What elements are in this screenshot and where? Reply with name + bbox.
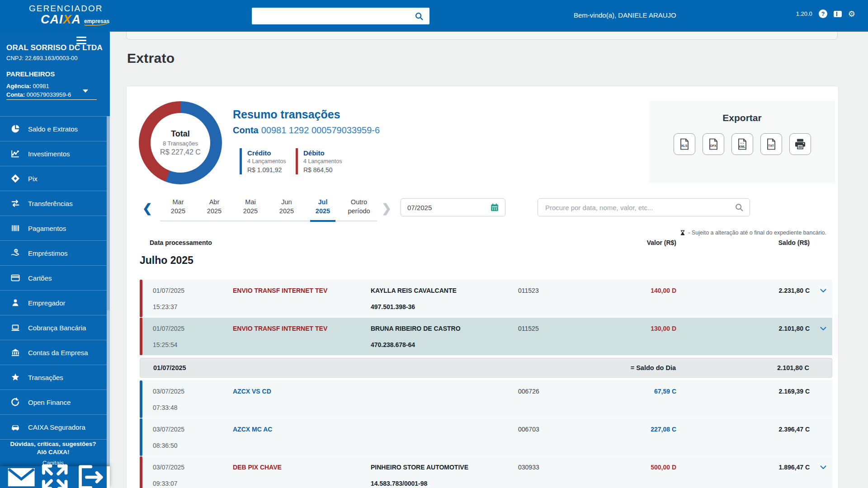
export-txt-button[interactable]: TXT	[760, 133, 782, 155]
tx-description: AZCX VS CD	[233, 388, 271, 395]
next-months-chevron[interactable]: ❯	[382, 202, 392, 216]
svg-text:TXT: TXT	[768, 144, 774, 147]
expand-chevron-icon[interactable]	[819, 463, 828, 473]
branch-name: PARELHEIROS	[6, 70, 55, 78]
tx-amount: 140,00 D	[651, 287, 676, 294]
tab-outro-periodo[interactable]: Outroperíodo	[341, 196, 377, 221]
tx-date: 01/07/2025	[153, 325, 184, 332]
help-icon[interactable]: ?	[819, 9, 827, 18]
transaction-row[interactable]: 01/07/202515:25:54ENVIO TRANSF INTERNET …	[140, 318, 832, 355]
export-xml-button[interactable]: < >XML	[731, 133, 753, 155]
sidebar-item-empregador[interactable]: Empregador	[0, 290, 107, 315]
svg-text:XML: XML	[739, 145, 746, 148]
credit-card-icon	[10, 272, 21, 283]
calendar-icon[interactable]	[490, 202, 500, 212]
export-print-button[interactable]	[789, 133, 811, 155]
summary-account: Conta00981 1292 000579033959-6	[233, 125, 380, 136]
tx-counterparty-name: PINHEIRO STORE AUTOMOTIVE	[371, 464, 468, 471]
tx-description: ENVIO TRANSF INTERNET TEV	[233, 325, 327, 332]
sidebar-item-label: Cobrança Bancária	[28, 324, 86, 332]
tx-balance: 2.169,39 C	[779, 388, 810, 395]
table-header: Data processamento Valor (R$) Saldo (R$)	[140, 239, 832, 248]
sidebar-item-saldo-e-extratos[interactable]: Saldo e Extratos	[0, 116, 107, 141]
transaction-row[interactable]: 03/07/202509:33:07DEB PIX CHAVEPINHEIRO …	[140, 456, 832, 488]
tab-jun-2025[interactable]: Jun2025	[269, 196, 305, 221]
sidebar-item-investimentos[interactable]: Investimentos	[0, 141, 107, 166]
transaction-search[interactable]	[538, 198, 750, 216]
tab-jul-2025[interactable]: Jul2025	[305, 196, 341, 221]
export-xls-button[interactable]: XLS	[674, 133, 695, 155]
app-window: GERENCIADOR CAIXA empresas Bem-vindo(a),…	[0, 0, 868, 488]
star-icon	[10, 372, 21, 383]
sidebar-item-transacoes[interactable]: Transações	[0, 365, 107, 389]
tx-time: 08:36:50	[153, 442, 178, 449]
divider	[6, 99, 97, 100]
mail-icon[interactable]	[5, 460, 38, 488]
account-selector[interactable]: Agência: 00981 Conta: 000579033959-6	[6, 82, 71, 99]
tx-time: 07:33:48	[153, 404, 178, 411]
previous-months-chevron[interactable]: ❮	[142, 202, 152, 216]
tx-code: 030933	[518, 464, 539, 471]
period-picker[interactable]: 07/2025	[401, 198, 505, 216]
export-ofx-button[interactable]: OFX	[703, 133, 724, 155]
sidebar: ORAL SORRISO DC LTDA CNPJ: 22.693.163/00…	[0, 32, 110, 488]
top-header: GERENCIADOR CAIXA empresas Bem-vindo(a),…	[0, 0, 868, 32]
search-icon[interactable]	[414, 11, 424, 21]
logo-caixa: CAIXA	[41, 14, 81, 26]
logout-icon[interactable]	[72, 460, 105, 488]
sidebar-item-label: Empregador	[28, 299, 66, 307]
account-dropdown-chevron-icon[interactable]	[83, 89, 88, 93]
tx-description: DEB PIX CHAVE	[233, 464, 282, 471]
sidebar-item-label: Transferências	[28, 200, 73, 207]
tx-time: 09:33:07	[153, 480, 178, 487]
header-search-input[interactable]	[256, 9, 414, 23]
main-content: Extrato Total 8 Transações R$ 227,42 C R…	[110, 32, 868, 488]
fullscreen-icon[interactable]	[38, 460, 71, 488]
tab-abr-2025[interactable]: Abr2025	[196, 196, 232, 221]
transaction-row[interactable]: 03/07/202507:33:48AZCX VS CD00672667,59 …	[140, 380, 832, 418]
sidebar-item-caixa-seguradora[interactable]: CAIXA Seguradora	[0, 414, 107, 440]
extrato-card: Total 8 Transações R$ 227,42 C Resumo tr…	[126, 86, 839, 488]
search-icon[interactable]	[734, 202, 744, 212]
transaction-row[interactable]: 01/07/202515:23:37ENVIO TRANSF INTERNET …	[140, 280, 832, 317]
transfer-arrows-icon	[10, 198, 21, 209]
hourglass-icon	[679, 230, 686, 236]
day-balance-date: 01/07/2025	[153, 364, 186, 371]
sidebar-item-pagamentos[interactable]: Pagamentos	[0, 216, 107, 240]
sidebar-item-cartoes[interactable]: Cartões	[0, 265, 107, 290]
bank-icon	[10, 347, 21, 358]
sidebar-item-contas-da-empresa[interactable]: Contas da Empresa	[0, 340, 107, 365]
person-icon	[10, 297, 21, 308]
layout-columns-icon[interactable]	[834, 11, 842, 17]
transaction-search-input[interactable]	[544, 203, 734, 212]
caixa-logo: GERENCIADOR CAIXA empresas	[29, 4, 109, 26]
gear-icon[interactable]: ⚙	[848, 10, 855, 18]
sidebar-item-open-finance[interactable]: Open Finance	[0, 389, 107, 414]
tab-mai-2025[interactable]: Mai2025	[232, 196, 269, 221]
file-xls-icon: XLS	[678, 137, 691, 151]
tx-amount: 227,08 C	[651, 426, 676, 433]
sidebar-item-label: Empréstimos	[28, 249, 68, 257]
expand-chevron-icon[interactable]	[819, 286, 828, 296]
tab-mar-2025[interactable]: Mar2025	[160, 196, 196, 221]
sidebar-item-pix[interactable]: Pix	[0, 166, 107, 191]
sidebar-item-transferencias[interactable]: Transferências	[0, 191, 107, 216]
sidebar-item-cobranca-bancaria[interactable]: Cobrança Bancária	[0, 315, 107, 340]
sidebar-menu: Saldo e ExtratosInvestimentosPixTransfer…	[0, 116, 107, 440]
debit-legend: Débito 4 Lançamentos R$ 864,50	[296, 148, 342, 174]
sidebar-scrollbar[interactable]	[107, 116, 110, 466]
summary-title: Resumo transações	[233, 108, 340, 121]
credit-accent-bar	[140, 418, 142, 456]
transaction-row[interactable]: 03/07/202508:36:50AZCX MC AC006703227,08…	[140, 418, 832, 456]
debit-accent-bar	[140, 456, 142, 488]
tx-code: 011525	[518, 325, 539, 332]
expand-chevron-icon[interactable]	[819, 324, 828, 334]
tx-date: 03/07/2025	[153, 464, 184, 471]
header-search[interactable]	[252, 8, 429, 24]
debit-accent-bar	[140, 280, 142, 317]
export-panel: Exportar XLSOFX< >XMLTXT	[649, 101, 835, 183]
sidebar-item-label: Investimentos	[28, 150, 70, 158]
open-finance-icon	[10, 397, 21, 408]
sidebar-item-emprestimos[interactable]: Empréstimos	[0, 240, 107, 265]
donut-total-count: 8 Transações	[163, 140, 198, 148]
